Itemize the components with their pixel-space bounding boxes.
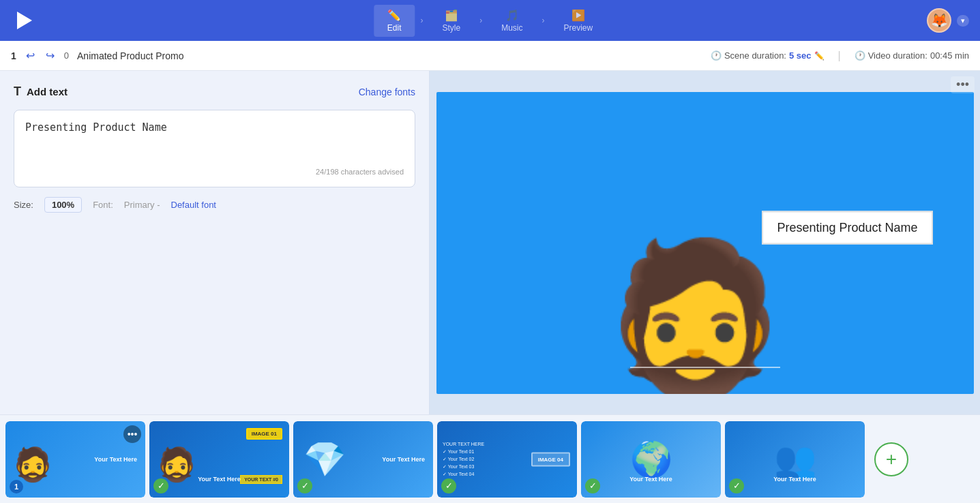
avatar-dropdown[interactable]: ▾ [957,15,969,27]
canvas-more-button[interactable]: ••• [951,76,975,93]
redo-count: 0 [64,50,69,61]
add-scene-button[interactable]: + [874,442,908,476]
text-options: Size: 100% Font: Primary - Default font [14,197,415,213]
nav-step-music-label: Music [501,23,522,33]
music-icon: 🎵 [505,9,519,22]
canvas-area: 🧔 Presenting Product Name ••• [430,71,980,414]
nav-steps: ✏️ Edit › 🗂️ Style › 🎵 Music › ▶️ Previe… [374,5,606,37]
scene-thumb-2[interactable]: IMAGE 01 YOUR TEXT #0 🧔 Your Text Here ✓ [149,421,289,498]
top-nav: ✏️ Edit › 🗂️ Style › 🎵 Music › ▶️ Previe… [0,0,980,41]
nav-step-style-label: Style [442,23,460,33]
scene-thumb-3[interactable]: 💎 Your Text Here ✓ [293,421,433,498]
nav-step-preview[interactable]: ▶️ Preview [550,5,607,37]
nav-step-edit[interactable]: ✏️ Edit [374,5,415,37]
size-value[interactable]: 100% [44,197,82,213]
avatar[interactable]: 🦊 [927,8,951,33]
scene-1-label: Your Text Here [94,456,137,463]
scene-check-5: ✓ [585,478,600,493]
size-label: Size: [14,200,33,210]
toolbar-bar: 1 ↩ ↪ 0 Animated Product Promo 🕐 Scene d… [0,41,980,71]
filmstrip: 🧔 Your Text Here 1 ••• IMAGE 01 YOUR TEX… [0,414,980,503]
thumb-bg-4: YOUR TEXT HERE ✓ Your Text 01 ✓ Your Tex… [437,421,577,498]
chevron-1: › [417,16,426,25]
scene-check-2: ✓ [153,478,168,493]
edit-duration-icon[interactable]: ✏️ [814,51,825,61]
scene-5-label: Your Text Here [581,476,721,483]
undo-button[interactable]: ↩ [25,48,36,63]
thumb-bg-2: IMAGE 01 YOUR TEXT #0 🧔 Your Text Here [149,421,289,498]
world-map-icon: 🌍 [581,421,721,498]
bullet-list: YOUR TEXT HERE ✓ Your Text 01 ✓ Your Tex… [443,440,484,478]
scene-number: 1 [11,50,16,61]
scene-badge-1: 1 [10,480,23,493]
character-illustration: 🧔 [602,244,789,394]
font-label: Font: [93,200,113,210]
scene-duration-val: 5 sec [789,50,812,61]
panel-title-label: Add text [27,86,68,97]
preview-icon: ▶️ [571,9,585,22]
clock-icon: 🕐 [711,50,722,61]
scene-check-6: ✓ [729,478,744,493]
canvas-text-box[interactable]: Presenting Product Name [762,211,932,244]
change-fonts-button[interactable]: Change fonts [359,87,415,97]
image-placeholder-1: IMAGE 01 [246,428,282,440]
scene-thumb-4[interactable]: YOUR TEXT HERE ✓ Your Text 01 ✓ Your Tex… [437,421,577,498]
scene-thumb-1[interactable]: 🧔 Your Text Here 1 ••• [5,421,145,498]
panel-header: T Add text Change fonts [14,85,415,99]
scene-duration: 🕐 Scene duration: 5 sec ✏️ [711,50,825,61]
logo-triangle [17,12,32,29]
video-duration: 🕐 Video duration: 00:45 min [855,50,969,61]
scene-thumb-5[interactable]: 🌍 Your Text Here ✓ [581,421,721,498]
project-title: Animated Product Promo [77,50,183,61]
text-input-area: Presenting Product Name 24/198 character… [14,110,415,187]
nav-step-music[interactable]: 🎵 Music [488,5,536,37]
logo[interactable] [11,7,38,34]
image-box-4: IMAGE 04 [531,452,570,466]
clock-icon-2: 🕐 [855,50,865,61]
scene-6-label: Your Text Here [725,476,865,483]
scene-menu-button-1[interactable]: ••• [123,425,141,443]
chevron-2: › [477,16,485,25]
panel-title: T Add text [14,85,68,99]
nav-step-preview-label: Preview [564,23,593,33]
scene-check-4: ✓ [441,478,456,493]
separator: | [838,50,841,62]
chevron-3: › [539,16,548,25]
nav-right: 🦊 ▾ [927,8,969,33]
left-panel: T Add text Change fonts Presenting Produ… [0,71,430,414]
main-area: T Add text Change fonts Presenting Produ… [0,71,980,414]
thumb-bg-5: 🌍 Your Text Here [581,421,721,498]
nav-step-edit-label: Edit [387,23,402,33]
slide-canvas[interactable]: 🧔 Presenting Product Name [436,92,974,394]
scene-thumb-6[interactable]: 👥 Your Text Here ✓ [725,421,865,498]
nav-step-style[interactable]: 🗂️ Style [428,5,474,37]
scene-3-label: Your Text Here [382,456,425,463]
font-name-link[interactable]: Default font [171,200,217,210]
edit-icon: ✏️ [387,9,401,22]
text-icon: T [14,85,21,99]
video-duration-val: 00:45 min [930,50,969,61]
thumb-bg-3: 💎 Your Text Here [293,421,433,498]
meeting-icon: 👥 [725,421,865,498]
canvas-line [630,367,780,368]
scene-2-label: Your Text Here [149,476,289,483]
char-figure-1: 🧔 [12,446,53,484]
char-count: 24/198 characters advised [25,168,404,176]
text-field[interactable]: Presenting Product Name [25,121,404,162]
style-icon: 🗂️ [445,9,458,22]
font-primary: Primary - [124,200,160,210]
redo-button[interactable]: ↪ [44,48,56,63]
gem-icon: 💎 [303,440,346,479]
thumb-bg-6: 👥 Your Text Here [725,421,865,498]
scene-check-3: ✓ [297,478,312,493]
